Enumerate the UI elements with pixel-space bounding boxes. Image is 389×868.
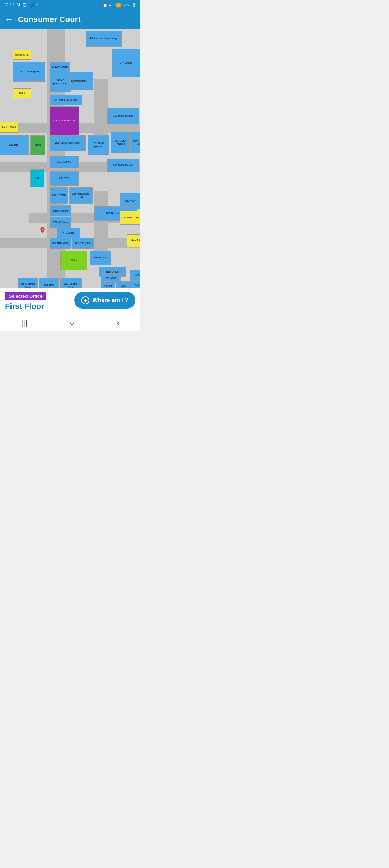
room-238-consumer-court[interactable]: 238 Consumer Court [50,106,79,135]
room-252-dmo-health[interactable]: 252 DMO (Health) [107,108,139,124]
room-250-dmo-health[interactable]: 250 DMO (Health) [111,132,130,153]
room-lift: Lift [30,169,44,187]
map-container[interactable]: BAR Association Library 244 Excise Gents… [0,29,140,288]
room-bar-association-library: BAR Association Library [86,31,122,47]
room-secret[interactable]: Secret [101,281,115,288]
room-247-planning-officer[interactable]: 247 Planning Officer [50,95,82,105]
room-gents-toilet-top: Gents Toilet [13,50,31,60]
location-icon [81,296,89,304]
room-207-kswan[interactable]: 207 KSWAN [50,187,68,204]
selected-office-section: Selected Office First Floor [5,292,46,311]
room-253-dmo-health[interactable]: 253 DMO (Health) [107,159,139,172]
gmail-icon: M [17,3,20,8]
room-251-dmo-health[interactable]: 251 DMO (Health) [88,135,109,155]
room-206-adio-nic[interactable]: 206 ADIO (NIC) [50,238,71,249]
room-205-electrical-room[interactable]: 205 Electrical Room [18,278,38,288]
room-235-cooperative-audit[interactable]: 235 Cooperative Audit [50,135,86,151]
network-icon: 4G [109,3,115,7]
room-258-gents-toilet: 258 Gents Toilet [120,211,140,225]
room-dycol-la[interactable]: DyCol(LA) [130,280,140,288]
room-261-control-room[interactable]: 261 Control Room [60,278,82,288]
back-button[interactable]: ← [5,15,13,24]
selected-office-badge: Selected Office [5,292,46,300]
room-nic-office[interactable]: NIC Office [57,228,80,238]
page-title: Consumer Court [18,15,81,24]
room-server-room[interactable]: Server Room [50,205,71,216]
signal-icon: 📶 [116,3,121,8]
time-display: 12:11 [4,3,14,8]
room-208-prd[interactable]: 208 PRD [50,171,79,186]
room-242-ae-electronics[interactable]: 242 AE (Electronics) [50,72,71,92]
room-210-dd-prd[interactable]: 210 DD PRD [50,156,79,168]
room-244-excise[interactable]: 244 Excise [112,49,140,78]
top-bar: ← Consumer Court [0,10,140,29]
battery-icon: 🔋 [132,3,137,8]
room-5c-dev-officer[interactable]: 5C Dev Officer [50,62,70,72]
bottom-bar: Selected Office First Floor Where am I ? [0,288,140,314]
room-toilet-left: Toilet [13,88,31,98]
where-am-i-label: Where am I ? [92,297,128,304]
room-dycol-lr[interactable]: DyCol(LR) [130,270,140,280]
location-pin [39,226,46,234]
notification-icon: 🔵 [29,3,34,8]
room-256-accademic-hall[interactable]: 256 Accademic Hall [69,187,93,204]
status-bar: 12:11 M 🖼 🔵 • ⏰ 4G 📶 51% 🔋 [0,0,140,10]
room-ladies-toilet-right: Ladies Toilet [127,234,140,247]
status-left: 12:11 M 🖼 🔵 • [4,3,38,8]
room-tapal[interactable]: Tapal [116,281,130,288]
dot-icon: • [36,3,38,8]
room-212-ddp[interactable]: 212 DDP [0,135,29,155]
nav-home-icon[interactable]: ○ [70,318,74,328]
battery-display: 51% [122,3,130,7]
floor-plan: BAR Association Library 244 Excise Gents… [0,29,140,288]
room-259-vc-room[interactable]: 259 VC Room [50,217,71,228]
room-ladies-toilet-left: Ladies Toilet [0,122,18,133]
gallery-icon: 🖼 [22,3,27,8]
room-stairs-left: Stairs [30,135,45,155]
alarm-icon: ⏰ [103,3,108,8]
room-260-dio-nic[interactable]: 260 DIO (NIC) [72,238,94,249]
room-204-adc[interactable]: 204 ADC [39,278,59,288]
nav-back-icon[interactable]: ‹ [117,318,119,328]
where-am-i-button[interactable]: Where am I ? [74,292,135,309]
room-stairs-bottom: Stairs [60,251,87,270]
nav-bar: ||| ○ ‹ [0,314,140,331]
status-right: ⏰ 4G 📶 51% 🔋 [103,3,137,8]
floor-label: First Floor [5,302,46,311]
room-240-civil-supplies[interactable]: 240 Civil Supplies [13,62,45,82]
room-249-planning-office[interactable]: 249 Planning Office [130,132,140,153]
nav-menu-icon[interactable]: ||| [21,318,27,328]
room-national-trust[interactable]: National Trust [90,251,111,265]
